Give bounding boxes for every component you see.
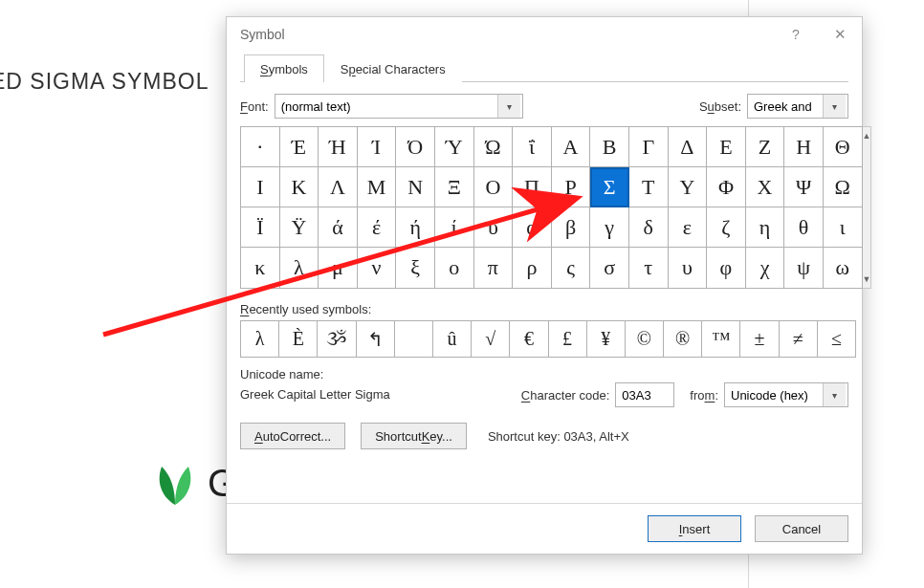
symbol-cell[interactable]: Ε bbox=[707, 127, 746, 167]
symbol-cell[interactable]: Ω bbox=[824, 167, 863, 207]
symbol-cell[interactable]: Θ bbox=[824, 127, 863, 167]
symbol-cell[interactable]: ι bbox=[824, 207, 863, 248]
symbol-cell[interactable]: Β bbox=[590, 127, 629, 167]
recent-symbol-cell[interactable]: ૐ bbox=[318, 321, 356, 358]
from-dropdown-button[interactable]: ▾ bbox=[823, 383, 846, 406]
symbol-cell[interactable]: Ή bbox=[319, 127, 358, 167]
subset-select[interactable]: ▾ bbox=[747, 94, 848, 119]
symbol-grid-scrollbar[interactable]: ▲ ▼ bbox=[863, 126, 872, 289]
symbol-cell[interactable]: λ bbox=[280, 248, 319, 288]
symbol-cell[interactable]: η bbox=[746, 207, 785, 248]
symbol-cell[interactable]: τ bbox=[629, 248, 669, 288]
tab-special-characters[interactable]: Special Characters bbox=[324, 54, 462, 82]
symbol-cell[interactable]: ί bbox=[435, 207, 474, 248]
recent-symbol-cell[interactable]: ≤ bbox=[818, 321, 856, 358]
symbol-cell[interactable]: ο bbox=[435, 248, 474, 288]
symbol-cell[interactable]: έ bbox=[358, 207, 397, 248]
symbol-cell[interactable]: Ο bbox=[474, 167, 514, 207]
symbol-cell[interactable]: ς bbox=[552, 248, 591, 288]
symbol-cell[interactable]: Έ bbox=[280, 127, 319, 167]
autocorrect-button[interactable]: AutoCorrect... bbox=[240, 423, 345, 449]
cancel-button[interactable]: Cancel bbox=[755, 515, 848, 542]
symbol-cell[interactable]: · bbox=[241, 127, 280, 167]
symbol-cell[interactable]: ν bbox=[358, 248, 397, 288]
symbol-cell[interactable]: σ bbox=[590, 248, 629, 288]
tab-symbols[interactable]: Symbols bbox=[244, 54, 324, 82]
subset-input[interactable] bbox=[748, 95, 823, 118]
symbol-cell[interactable]: Ϋ bbox=[280, 207, 319, 248]
symbol-cell[interactable]: Χ bbox=[746, 167, 785, 207]
symbol-cell[interactable]: Ώ bbox=[474, 127, 514, 167]
recent-symbol-cell[interactable]: λ bbox=[241, 321, 279, 358]
symbol-cell[interactable]: θ bbox=[784, 207, 824, 248]
from-input[interactable] bbox=[725, 383, 823, 406]
symbol-cell[interactable]: ΰ bbox=[474, 207, 514, 248]
symbol-cell[interactable]: Ί bbox=[358, 127, 397, 167]
symbol-cell[interactable]: Ζ bbox=[746, 127, 785, 167]
symbol-cell[interactable]: ε bbox=[669, 207, 708, 248]
shortcut-key-button[interactable]: Shortcut Key... bbox=[361, 423, 467, 449]
scroll-down-icon[interactable]: ▼ bbox=[863, 271, 871, 288]
symbol-cell[interactable]: χ bbox=[746, 248, 785, 288]
font-select[interactable]: ▾ bbox=[275, 94, 523, 119]
help-button[interactable]: ? bbox=[774, 17, 818, 52]
symbol-cell[interactable]: Ν bbox=[396, 167, 435, 207]
symbol-cell[interactable]: Ι bbox=[241, 167, 280, 207]
symbol-cell[interactable]: α bbox=[513, 207, 552, 248]
symbol-cell[interactable]: Π bbox=[513, 167, 552, 207]
subset-dropdown-button[interactable]: ▾ bbox=[823, 95, 846, 118]
symbol-cell[interactable]: ά bbox=[319, 207, 358, 248]
recent-symbol-cell[interactable]: £ bbox=[549, 321, 587, 358]
symbol-cell[interactable]: Γ bbox=[629, 127, 669, 167]
insert-button[interactable]: Insert bbox=[648, 515, 741, 542]
symbol-cell[interactable]: γ bbox=[590, 207, 629, 248]
symbol-cell[interactable]: Ϊ bbox=[241, 207, 280, 248]
symbol-cell[interactable]: Μ bbox=[358, 167, 397, 207]
font-input[interactable] bbox=[275, 95, 497, 118]
symbol-cell[interactable]: π bbox=[474, 248, 514, 288]
symbol-cell[interactable]: Υ bbox=[669, 167, 708, 207]
symbol-cell[interactable]: μ bbox=[319, 248, 358, 288]
symbol-cell[interactable]: Ό bbox=[396, 127, 435, 167]
recent-symbol-cell[interactable]: √ bbox=[472, 321, 510, 358]
symbol-cell[interactable]: Ξ bbox=[435, 167, 474, 207]
symbol-cell[interactable]: ψ bbox=[784, 248, 824, 288]
symbol-cell[interactable]: Σ bbox=[590, 167, 629, 207]
font-dropdown-button[interactable]: ▾ bbox=[497, 95, 520, 118]
symbol-cell[interactable]: Κ bbox=[280, 167, 319, 207]
recent-symbol-cell[interactable]: ↰ bbox=[357, 321, 395, 358]
symbol-cell[interactable]: κ bbox=[241, 248, 280, 288]
symbol-cell[interactable]: ξ bbox=[396, 248, 435, 288]
symbol-cell[interactable]: φ bbox=[707, 248, 746, 288]
recent-symbol-cell[interactable]: © bbox=[626, 321, 664, 358]
close-button[interactable]: ✕ bbox=[818, 17, 862, 52]
symbol-cell[interactable]: Ψ bbox=[784, 167, 824, 207]
from-select[interactable]: ▾ bbox=[724, 382, 848, 407]
symbol-cell[interactable]: Λ bbox=[319, 167, 358, 207]
symbol-cell[interactable]: δ bbox=[629, 207, 669, 248]
symbol-cell[interactable]: ή bbox=[396, 207, 435, 248]
recent-symbol-cell[interactable]: ± bbox=[740, 321, 779, 358]
symbol-cell[interactable]: Ρ bbox=[552, 167, 591, 207]
recent-symbol-cell[interactable]: € bbox=[510, 321, 548, 358]
symbol-cell[interactable]: ζ bbox=[707, 207, 746, 248]
recent-symbol-cell[interactable]: ¥ bbox=[587, 321, 626, 358]
symbol-cell[interactable]: Φ bbox=[707, 167, 746, 207]
symbol-cell[interactable]: ρ bbox=[513, 248, 552, 288]
recent-symbol-cell[interactable]: È bbox=[279, 321, 318, 358]
char-code-input[interactable] bbox=[615, 382, 674, 407]
symbol-cell[interactable]: β bbox=[552, 207, 591, 248]
recent-symbol-cell[interactable]: ® bbox=[664, 321, 702, 358]
recent-symbol-cell[interactable]: û bbox=[433, 321, 472, 358]
symbol-cell[interactable]: ω bbox=[824, 248, 863, 288]
symbol-cell[interactable]: Ύ bbox=[435, 127, 474, 167]
symbol-cell[interactable]: Τ bbox=[629, 167, 669, 207]
recent-symbol-cell[interactable] bbox=[395, 321, 433, 358]
symbol-cell[interactable]: Α bbox=[552, 127, 591, 167]
recent-symbol-cell[interactable]: ≠ bbox=[780, 321, 818, 358]
symbol-cell[interactable]: ΐ bbox=[513, 127, 552, 167]
symbol-cell[interactable]: Η bbox=[784, 127, 824, 167]
scroll-up-icon[interactable]: ▲ bbox=[863, 127, 871, 144]
symbol-cell[interactable]: υ bbox=[669, 248, 708, 288]
recent-symbol-cell[interactable]: ™ bbox=[702, 321, 740, 358]
